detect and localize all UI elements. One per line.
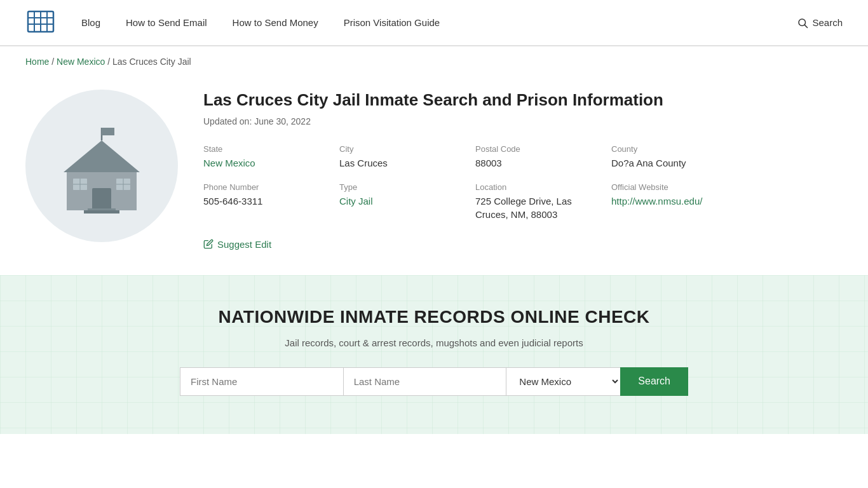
- phone-cell: Phone Number 505-646-3311: [203, 182, 329, 221]
- svg-rect-11: [102, 128, 114, 135]
- city-label: City: [339, 144, 465, 154]
- pencil-icon: [203, 239, 214, 249]
- nav-blog[interactable]: Blog: [81, 17, 100, 28]
- website-label: Official Website: [611, 182, 737, 192]
- postal-label: Postal Code: [475, 144, 601, 154]
- phone-label: Phone Number: [203, 182, 329, 192]
- type-value[interactable]: City Jail: [339, 196, 373, 207]
- first-name-input[interactable]: [180, 367, 343, 396]
- search-section-subtitle: Jail records, court & arrest records, mu…: [25, 337, 843, 348]
- county-cell: County Do?a Ana County: [611, 144, 737, 170]
- nav-send-money[interactable]: How to Send Money: [233, 17, 318, 28]
- svg-line-7: [805, 25, 808, 27]
- suggest-edit-label: Suggest Edit: [217, 239, 271, 250]
- main-content: Las Cruces City Jail Inmate Search and P…: [0, 77, 763, 275]
- prison-info-section: Las Cruces City Jail Inmate Search and P…: [203, 90, 737, 250]
- updated-date: Updated on: June 30, 2022: [203, 116, 737, 126]
- search-label: Search: [812, 17, 843, 28]
- svg-rect-20: [84, 210, 119, 214]
- postal-cell: Postal Code 88003: [475, 144, 601, 170]
- state-select[interactable]: AlabamaAlaskaArizonaArkansasCaliforniaCo…: [506, 367, 620, 396]
- prison-image: [25, 90, 178, 242]
- breadcrumb: Home / New Mexico / Las Cruces City Jail: [0, 46, 868, 77]
- nav-visitation[interactable]: Prison Visitation Guide: [344, 17, 440, 28]
- suggest-edit-button[interactable]: Suggest Edit: [203, 239, 271, 250]
- location-value: 725 College Drive, Las Cruces, NM, 88003: [475, 194, 601, 221]
- phone-value: 505-646-3311: [203, 194, 329, 208]
- city-cell: City Las Cruces: [339, 144, 465, 170]
- prison-illustration: [51, 115, 153, 217]
- state-value[interactable]: New Mexico: [203, 158, 255, 168]
- breadcrumb-home[interactable]: Home: [25, 57, 49, 67]
- nav-send-email[interactable]: How to Send Email: [126, 17, 207, 28]
- prison-title: Las Cruces City Jail Inmate Search and P…: [203, 90, 737, 111]
- search-submit-button[interactable]: Search: [620, 367, 688, 396]
- search-section: NATIONWIDE INMATE RECORDS ONLINE CHECK J…: [0, 275, 868, 434]
- search-form: AlabamaAlaskaArizonaArkansasCaliforniaCo…: [180, 367, 688, 396]
- state-cell: State New Mexico: [203, 144, 329, 170]
- type-label: Type: [339, 182, 465, 192]
- breadcrumb-current: Las Cruces City Jail: [112, 57, 191, 67]
- last-name-input[interactable]: [343, 367, 506, 396]
- state-label: State: [203, 144, 329, 154]
- main-nav: Blog How to Send Email How to Send Money…: [81, 17, 797, 28]
- type-cell: Type City Jail: [339, 182, 465, 221]
- breadcrumb-state[interactable]: New Mexico: [57, 57, 105, 67]
- info-grid: State New Mexico City Las Cruces Postal …: [203, 144, 737, 221]
- website-value[interactable]: http://www.nmsu.edu/: [611, 196, 702, 207]
- svg-rect-12: [92, 188, 111, 210]
- site-logo[interactable]: [25, 6, 56, 39]
- search-button[interactable]: Search: [797, 17, 843, 29]
- county-value: Do?a Ana County: [611, 156, 737, 170]
- postal-value: 88003: [475, 156, 601, 170]
- location-label: Location: [475, 182, 601, 192]
- search-icon: [797, 17, 808, 29]
- location-cell: Location 725 College Drive, Las Cruces, …: [475, 182, 601, 221]
- search-section-title: NATIONWIDE INMATE RECORDS ONLINE CHECK: [25, 307, 843, 327]
- svg-marker-9: [64, 140, 140, 172]
- county-label: County: [611, 144, 737, 154]
- website-cell: Official Website http://www.nmsu.edu/: [611, 182, 737, 221]
- city-value: Las Cruces: [339, 156, 465, 170]
